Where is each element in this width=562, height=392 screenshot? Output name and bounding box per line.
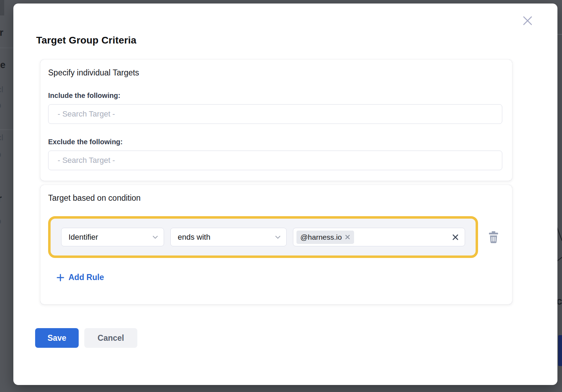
individual-targets-card: Specify individual Targets Include the f… [40,60,512,181]
chevron-down-icon [152,235,158,239]
rule-highlight-box: Identifier ends with @harness.io [48,216,478,258]
clear-icon [452,234,459,240]
close-button[interactable] [522,15,533,26]
value-chip: @harness.io [296,231,354,244]
add-rule-label: Add Rule [68,273,104,282]
clear-values-button[interactable] [452,234,459,240]
save-button[interactable]: Save [35,328,79,348]
attribute-select[interactable]: Identifier [61,228,164,246]
bg-text-fragment: er [0,28,4,38]
bg-divider [557,34,562,35]
bg-text-fragment: o [0,150,1,159]
attribute-select-value: Identifier [68,233,98,242]
bg-button-fragment [558,335,562,366]
target-group-criteria-dialog: Target Group Criteria Specify individual… [13,4,557,385]
chip-remove-button[interactable] [345,234,350,240]
condition-card: Target based on condition Identifier end… [40,185,512,304]
delete-rule-button[interactable] [489,231,498,243]
remove-icon [345,234,350,240]
bg-divider [0,129,13,130]
include-target-search-input[interactable] [48,104,502,124]
operator-select[interactable]: ends with [170,228,287,246]
operator-select-value: ends with [178,233,210,242]
page-title: Target Group Criteria [36,35,136,46]
bg-text-fragment: o [0,101,1,109]
background-dark-notch [0,0,4,15]
include-label: Include the following: [48,92,502,100]
trash-icon [489,231,498,243]
rule-row: Identifier ends with @harness.io [48,216,502,258]
individual-targets-heading: Specify individual Targets [48,68,502,78]
add-rule-button[interactable]: Add Rule [57,273,104,282]
dialog-footer: Save Cancel [35,328,137,348]
bg-text-fragment: o [0,217,1,225]
bg-text-fragment: pe [0,60,6,70]
values-tag-input[interactable]: @harness.io [293,228,465,246]
exclude-target-search-input[interactable] [48,151,502,170]
chevron-down-icon [275,235,281,239]
condition-heading: Target based on condition [48,193,502,203]
value-chip-label: @harness.io [300,233,342,241]
bg-text-fragment: r [0,194,2,204]
plus-icon [57,274,64,281]
close-icon [522,15,533,26]
cancel-button[interactable]: Cancel [84,328,137,348]
bg-divider [0,48,13,48]
bg-text-fragment: cl [0,85,3,94]
bg-text-fragment: cl [0,133,3,142]
exclude-label: Exclude the following: [48,138,502,146]
